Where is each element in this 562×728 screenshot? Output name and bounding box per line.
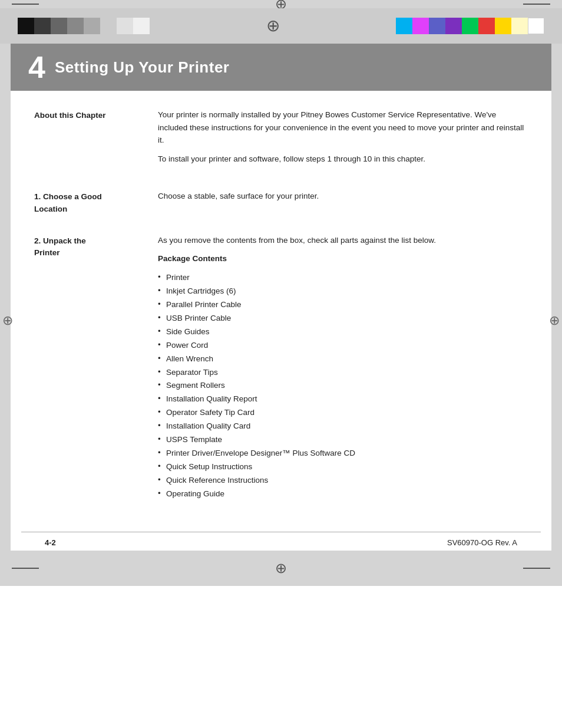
step2-intro: As you remove the contents from the box,… — [158, 234, 528, 247]
package-list-item: Quick Setup Instructions — [158, 460, 528, 474]
bottom-crosshair: ⊕ — [275, 560, 287, 577]
package-list-item: Allen Wrench — [158, 353, 528, 366]
top-border-right — [523, 4, 550, 5]
package-list-item: Side Guides — [158, 325, 528, 339]
swatch-green — [462, 18, 478, 34]
package-list-item: Parallel Printer Cable — [158, 298, 528, 312]
swatch-black — [18, 18, 34, 34]
package-list-item: Quick Reference Instructions — [158, 474, 528, 487]
left-reg-mark: ⊕ — [2, 313, 13, 328]
swatch-yellow — [495, 18, 511, 34]
section-step2: 2. Unpack the Printer As you remove the … — [34, 234, 528, 501]
swatch-light2 — [84, 18, 100, 34]
swatch-dark2 — [51, 18, 67, 34]
swatch-red — [478, 18, 495, 34]
step1-label: 1. Choose a Good Location — [34, 190, 158, 215]
step2-label-line2: Printer — [34, 247, 146, 259]
right-reg-mark: ⊕ — [549, 313, 560, 328]
section-step1: 1. Choose a Good Location Choose a stabl… — [34, 190, 528, 215]
page-number: 4-2 — [45, 538, 56, 547]
package-list-item: Installation Quality Card — [158, 420, 528, 433]
package-list-item: Inkjet Cartridges (6) — [158, 285, 528, 298]
about-para-1: Your printer is normally installed by yo… — [158, 108, 528, 147]
bottom-border-left — [12, 568, 39, 569]
swatch-light-yellow — [511, 18, 528, 34]
package-list-item: USPS Template — [158, 433, 528, 447]
swatch-purple — [445, 18, 462, 34]
chapter-header: 4 Setting Up Your Printer — [11, 44, 551, 91]
step2-label: 2. Unpack the Printer — [34, 234, 158, 501]
swatch-dark1 — [34, 18, 51, 34]
swatch-light1 — [67, 18, 84, 34]
step1-para: Choose a stable, safe surface for your p… — [158, 190, 528, 203]
package-list-item: USB Printer Cable — [158, 312, 528, 325]
section-about: About this Chapter Your printer is norma… — [34, 108, 528, 171]
swatch-white — [528, 18, 544, 34]
swatch-light4 — [117, 18, 133, 34]
swatch-cyan — [396, 18, 412, 34]
package-list-item: Power Cord — [158, 339, 528, 353]
center-crosshair: ⊕ — [266, 18, 280, 34]
swatch-light5 — [133, 18, 150, 34]
package-list-item: Separator Tips — [158, 366, 528, 380]
step2-content: As you remove the contents from the box,… — [158, 234, 528, 501]
doc-reference: SV60970-OG Rev. A — [447, 538, 517, 547]
step1-label-line1: 1. Choose a Good — [34, 191, 146, 203]
chapter-number: 4 — [28, 52, 45, 83]
swatch-light3 — [100, 18, 117, 34]
section-about-label: About this Chapter — [34, 108, 158, 171]
package-list-item: Segment Rollers — [158, 379, 528, 393]
package-list-item: Operator Safety Tip Card — [158, 406, 528, 420]
top-border-row: ⊕ — [0, 0, 562, 8]
about-label-text: About this Chapter — [34, 111, 106, 120]
page-footer: 4-2 SV60970-OG Rev. A — [21, 532, 541, 551]
section-about-content: Your printer is normally installed by yo… — [158, 108, 528, 171]
package-list-item: Operating Guide — [158, 487, 528, 501]
package-list: PrinterInkjet Cartridges (6)Parallel Pri… — [158, 271, 528, 501]
step2-label-line1: 2. Unpack the — [34, 235, 146, 247]
about-para-2: To install your printer and software, fo… — [158, 153, 528, 166]
bottom-border-right — [523, 568, 550, 569]
step1-label-line2: Location — [34, 203, 146, 215]
top-border-left — [12, 4, 39, 5]
main-content: About this Chapter Your printer is norma… — [11, 91, 551, 532]
chapter-title: Setting Up Your Printer — [55, 58, 230, 77]
package-list-item: Printer — [158, 271, 528, 285]
package-contents-title: Package Contents — [158, 252, 528, 265]
package-list-item: Printer Driver/Envelope Designer™ Plus S… — [158, 447, 528, 460]
step1-content: Choose a stable, safe surface for your p… — [158, 190, 528, 215]
package-list-item: Installation Quality Report — [158, 393, 528, 406]
swatch-blue — [429, 18, 445, 34]
page-content: ⊕ ⊕ About this Chapter Your printer is n… — [11, 91, 551, 551]
bottom-bar: ⊕ — [0, 551, 562, 586]
grayscale-swatches — [18, 18, 150, 34]
color-swatch-bar: ⊕ — [0, 8, 562, 44]
color-swatches-right — [396, 18, 544, 34]
swatch-magenta — [412, 18, 429, 34]
